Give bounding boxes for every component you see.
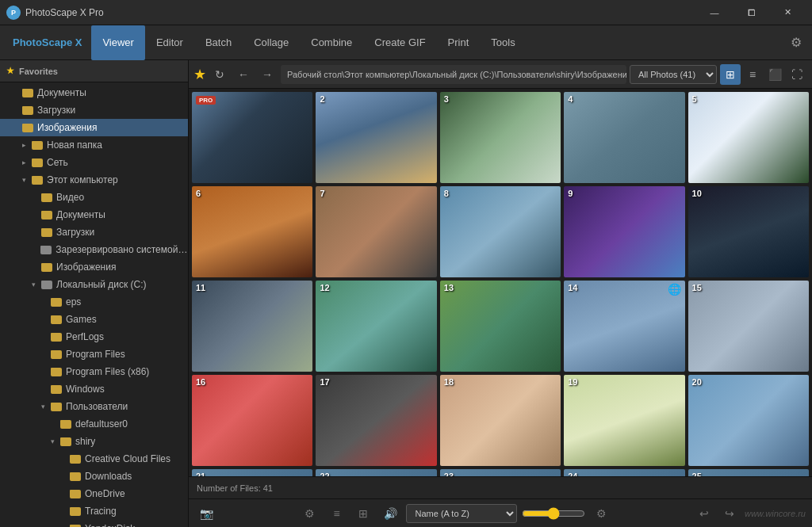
app-logo[interactable]: PhotoScape X xyxy=(3,25,91,60)
nav-print[interactable]: Print xyxy=(437,25,481,60)
photo-thumb-11[interactable]: 11 xyxy=(192,281,312,372)
photo-thumb-7[interactable]: 7 xyxy=(316,186,436,277)
sidebar-item-program-files[interactable]: Program Files xyxy=(0,346,188,363)
sidebar-item-reserved[interactable]: Зарезервировано системой (E:) xyxy=(0,241,188,258)
photo-thumb-3[interactable]: 3 xyxy=(440,92,561,183)
zoom-slider[interactable] xyxy=(522,507,585,520)
photo-thumb-5[interactable]: 5 xyxy=(688,92,809,183)
nav-collage[interactable]: Collage xyxy=(243,25,300,60)
photo-thumb-6[interactable]: 6 xyxy=(192,186,312,277)
sidebar-item-images2[interactable]: Изображения xyxy=(0,258,188,276)
sidebar-item-windows[interactable]: Windows xyxy=(0,380,188,398)
sidebar-header: ★ Favorites xyxy=(0,60,188,82)
sidebar-item-new-folder[interactable]: ▸Новая папка xyxy=(0,136,188,154)
photo-thumb-12[interactable]: 12 xyxy=(316,281,436,372)
photo-thumb-19[interactable]: 19 xyxy=(564,375,684,466)
sort-dropdown[interactable]: Name (A to Z) Name (Z to A) Date (Newest… xyxy=(406,504,517,523)
photo-thumb-16[interactable]: 16 xyxy=(192,375,312,466)
photo-number-23: 23 xyxy=(444,472,454,476)
folder-icon-reserved xyxy=(40,246,52,254)
nav-combine[interactable]: Combine xyxy=(300,25,363,60)
sidebar: ★ Favorites ДокументыЗагрузкиИзображения… xyxy=(0,60,189,527)
path-bar[interactable]: Рабочий стол\Этот компьютер\Локальный ди… xyxy=(281,65,626,84)
photo-thumb-14[interactable]: 14🌐 xyxy=(564,281,684,372)
photo-thumb-10[interactable]: 10 xyxy=(688,186,809,277)
sidebar-item-yandexdisk[interactable]: YandexDisk xyxy=(0,520,188,527)
back-button[interactable]: ← xyxy=(233,64,254,85)
sidebar-item-creative-cloud[interactable]: Creative Cloud Files xyxy=(0,450,188,468)
close-button[interactable]: ✕ xyxy=(769,0,806,25)
photo-thumb-25[interactable]: 25 xyxy=(688,469,809,476)
sidebar-item-downloads3[interactable]: Downloads xyxy=(0,468,188,485)
forward-button[interactable]: → xyxy=(257,64,278,85)
sidebar-item-images[interactable]: Изображения xyxy=(0,119,188,136)
maximize-button[interactable]: ⧠ xyxy=(733,0,769,25)
photo-grid[interactable]: PRO234567891011121314🌐151617181920212223… xyxy=(189,89,812,476)
sidebar-item-defaultuser0[interactable]: defaultuser0 xyxy=(0,415,188,433)
folder-icon-video xyxy=(41,193,52,202)
view-grid-button[interactable]: ⊞ xyxy=(720,64,741,85)
sidebar-item-perflogs[interactable]: PerfLogs xyxy=(0,328,188,346)
folder-icon-users xyxy=(51,403,62,411)
sidebar-item-network[interactable]: ▸Сеть xyxy=(0,154,188,171)
bottom-sound-icon[interactable]: 🔊 xyxy=(379,502,401,525)
photo-thumb-13[interactable]: 13 xyxy=(440,281,561,372)
photo-number-7: 7 xyxy=(320,189,324,198)
photo-thumb-1[interactable]: PRO xyxy=(192,92,312,183)
photo-number-14: 14 xyxy=(568,283,577,292)
nav-editor[interactable]: Editor xyxy=(145,25,194,60)
sidebar-item-this-pc[interactable]: ▾Этот компьютер xyxy=(0,171,188,189)
sidebar-item-downloads[interactable]: Загрузки xyxy=(0,101,188,119)
settings-gear-icon[interactable]: ⚙ xyxy=(783,30,809,55)
sidebar-item-downloads2[interactable]: Загрузки xyxy=(0,223,188,241)
sidebar-label-creative-cloud: Creative Cloud Files xyxy=(85,453,170,464)
photo-thumb-23[interactable]: 23 xyxy=(440,469,561,476)
folder-icon-defaultuser0 xyxy=(60,420,71,429)
sidebar-tree[interactable]: ДокументыЗагрузкиИзображения▸Новая папка… xyxy=(0,82,188,527)
title-bar: P PhotoScape X Pro — ⧠ ✕ xyxy=(0,0,812,25)
star-button[interactable]: ★ xyxy=(193,66,206,83)
bottom-gear-icon[interactable]: ⚙ xyxy=(298,502,320,525)
photo-thumb-22[interactable]: 22 xyxy=(316,469,436,476)
photo-thumb-2[interactable]: 2 xyxy=(316,92,436,183)
camera-button[interactable]: 📷 xyxy=(195,502,217,525)
sidebar-item-eps[interactable]: eps xyxy=(0,293,188,311)
nav-tools[interactable]: Tools xyxy=(480,25,526,60)
sidebar-item-onedrive[interactable]: OneDrive xyxy=(0,485,188,502)
filter-dropdown[interactable]: All Photos (41) Photos Videos GIF RAW xyxy=(630,65,717,84)
sidebar-item-local-disk[interactable]: ▾Локальный диск (C:) xyxy=(0,276,188,293)
sidebar-item-tracing[interactable]: Tracing xyxy=(0,502,188,520)
photo-thumb-20[interactable]: 20 xyxy=(688,375,809,466)
photo-thumb-18[interactable]: 18 xyxy=(440,375,561,466)
bottom-list-icon[interactable]: ≡ xyxy=(325,502,347,525)
photo-thumb-24[interactable]: 24 xyxy=(564,469,684,476)
sidebar-item-documents[interactable]: Документы xyxy=(0,84,188,101)
photo-thumb-4[interactable]: 4 xyxy=(564,92,684,183)
sidebar-item-users[interactable]: ▾Пользователи xyxy=(0,398,188,415)
nav-batch[interactable]: Batch xyxy=(194,25,243,60)
refresh-button[interactable]: ↻ xyxy=(209,64,230,85)
sidebar-item-documents2[interactable]: Документы xyxy=(0,206,188,223)
sidebar-item-video[interactable]: Видео xyxy=(0,189,188,206)
sidebar-item-games[interactable]: Games xyxy=(0,311,188,328)
bottom-settings-icon[interactable]: ⚙ xyxy=(590,502,612,525)
sidebar-item-shiry[interactable]: ▾shiry xyxy=(0,433,188,450)
nav-viewer[interactable]: Viewer xyxy=(91,25,145,60)
next-button[interactable]: ↪ xyxy=(719,503,740,524)
photo-thumb-15[interactable]: 15 xyxy=(688,281,809,372)
photo-thumb-9[interactable]: 9 xyxy=(564,186,684,277)
sidebar-label-program-files-x86: Program Files (x86) xyxy=(66,366,149,377)
photo-thumb-21[interactable]: 21 xyxy=(192,469,312,476)
bottom-grid-icon[interactable]: ⊞ xyxy=(352,502,374,525)
view-large-button[interactable]: ⬛ xyxy=(764,64,785,85)
prev-button[interactable]: ↩ xyxy=(694,503,714,524)
view-fullscreen-button[interactable]: ⛶ xyxy=(787,64,807,85)
sidebar-item-program-files-x86[interactable]: Program Files (x86) xyxy=(0,363,188,380)
photo-number-19: 19 xyxy=(568,377,577,387)
minimize-button[interactable]: — xyxy=(696,0,733,25)
nav-create-gif[interactable]: Create GIF xyxy=(363,25,436,60)
photo-thumb-17[interactable]: 17 xyxy=(316,375,436,466)
view-list-button[interactable]: ≡ xyxy=(742,64,763,85)
sidebar-label-perflogs: PerfLogs xyxy=(66,331,104,342)
photo-thumb-8[interactable]: 8 xyxy=(440,186,561,277)
